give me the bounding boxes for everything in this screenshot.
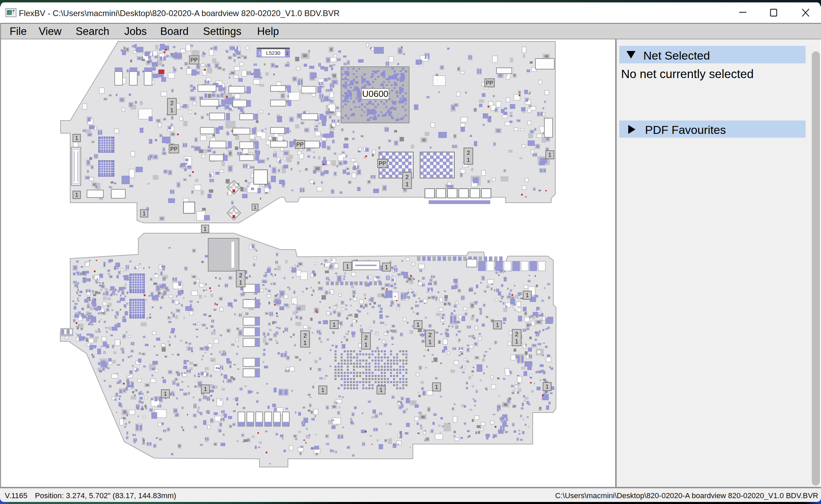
svg-text:PP: PP	[486, 80, 493, 86]
svg-text:1: 1	[164, 391, 167, 397]
svg-text:1: 1	[346, 264, 349, 269]
svg-text:2: 2	[515, 331, 518, 338]
svg-text:1: 1	[75, 192, 78, 198]
svg-text:1: 1	[467, 157, 470, 163]
svg-text:PP: PP	[170, 146, 177, 152]
svg-text:1: 1	[204, 226, 207, 232]
svg-text:U0600: U0600	[362, 89, 389, 99]
svg-text:1: 1	[435, 384, 438, 390]
svg-text:1: 1	[333, 322, 336, 328]
svg-text:PP: PP	[190, 57, 198, 63]
svg-text:1: 1	[75, 135, 78, 141]
svg-text:2: 2	[303, 332, 306, 339]
svg-text:2: 2	[428, 332, 431, 338]
svg-text:1: 1	[303, 340, 306, 346]
svg-text:1: 1	[364, 342, 367, 348]
svg-text:1: 1	[204, 386, 207, 392]
svg-text:2: 2	[170, 100, 173, 106]
svg-text:1: 1	[548, 152, 552, 158]
svg-text:2: 2	[286, 51, 288, 56]
svg-text:PP: PP	[296, 142, 303, 148]
svg-text:L5230: L5230	[266, 50, 280, 56]
svg-text:1: 1	[526, 292, 529, 298]
svg-text:PP: PP	[379, 161, 386, 166]
svg-text:2: 2	[467, 150, 470, 156]
svg-text:1: 1	[385, 264, 388, 270]
svg-text:1: 1	[417, 322, 420, 328]
svg-text:1: 1	[515, 338, 518, 345]
svg-text:2: 2	[239, 272, 242, 279]
svg-text:1: 1	[428, 339, 431, 345]
svg-text:2: 2	[364, 335, 367, 341]
svg-text:1: 1	[405, 181, 408, 188]
svg-text:1: 1	[546, 384, 549, 390]
svg-text:1: 1	[170, 107, 173, 114]
svg-text:1: 1	[239, 279, 242, 286]
svg-text:1: 1	[380, 387, 383, 393]
svg-text:1: 1	[258, 51, 261, 56]
svg-text:1: 1	[321, 387, 325, 393]
svg-text:1: 1	[254, 204, 256, 210]
svg-text:1: 1	[496, 322, 499, 328]
svg-text:1: 1	[143, 211, 146, 216]
svg-text:2: 2	[405, 174, 408, 180]
